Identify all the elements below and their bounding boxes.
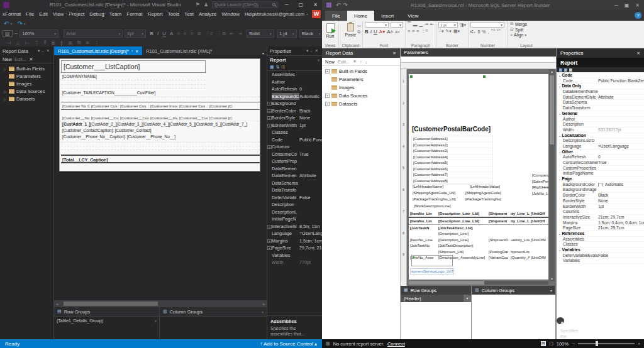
pen-icon[interactable]: ✎▾	[445, 29, 451, 34]
address-textbox[interactable]: [CustomerAddress5]	[412, 160, 492, 166]
categorized-icon[interactable]: ▦	[270, 65, 274, 70]
tab-list-icon[interactable]: ▾	[262, 51, 267, 55]
align-center-icon[interactable]: ≡	[182, 31, 189, 36]
property-row[interactable]: Classes	[267, 129, 322, 136]
left-header-value-textbox[interactable]: [LeftHeaderValue]	[465, 185, 500, 188]
expander-icon[interactable]	[3, 66, 8, 72]
zoom-out-icon[interactable]: ─	[13, 31, 20, 36]
property-row[interactable]: DeferVariabl False	[267, 194, 322, 202]
property-row[interactable]: Assemblies	[267, 71, 322, 79]
tree-item[interactable]: Built-in Fields	[322, 67, 400, 75]
property-row[interactable]: References	[557, 231, 644, 237]
property-row[interactable]: DataSchema	[267, 180, 322, 187]
property-row[interactable]: ConsumeCo True	[267, 151, 322, 158]
address-textbox[interactable]: [CustomerAddress2]	[412, 143, 492, 149]
property-row[interactable]: InitialPageName	[557, 171, 644, 177]
report-page[interactable]: [CustomerPostalBarCode] [CustomerAddress…	[409, 74, 548, 280]
properties-window-icon[interactable]: ▤	[3, 30, 13, 37]
scrollbar-thumb[interactable]	[64, 302, 158, 306]
table-row[interactable]: [ItemNo_Lin [Description_Line_Lbl] [Ship…	[409, 218, 548, 225]
shipping-agent-textbox[interactable]: [ShippingAgentCode]	[465, 191, 500, 195]
scroll-down-icon[interactable]: ▼	[549, 276, 555, 281]
italic-icon[interactable]: I	[155, 31, 160, 36]
property-row[interactable]: BorderColor Black	[267, 107, 322, 115]
table-row[interactable]: [JobTaskNo [JobTaskDescription]	[409, 243, 548, 249]
border-width-select[interactable]: 1 pt▾	[438, 22, 458, 28]
property-row[interactable]: Margins 1,5cm; 1cm; 1cm	[267, 237, 322, 245]
new-button[interactable]: New	[325, 59, 335, 65]
horizontal-scrollbar[interactable]	[409, 281, 548, 285]
indent-icon[interactable]: ⇥	[425, 22, 428, 27]
tree-item[interactable]: Data Sources	[322, 92, 400, 100]
rb-minimize-button[interactable]: ─	[611, 3, 621, 8]
zoom-in-icon[interactable]: +	[638, 342, 640, 346]
align-left-icon[interactable]: ≡	[408, 29, 410, 33]
property-row[interactable]: DescriptionLocID	[557, 138, 644, 144]
property-row[interactable]: Localization	[557, 133, 644, 139]
menu-item[interactable]: View	[50, 11, 66, 17]
property-pages-icon[interactable]	[569, 68, 572, 72]
number-style-icon[interactable]: ⑆▾	[470, 30, 475, 34]
zoom-select[interactable]: 100%▾	[19, 30, 58, 38]
data-cell[interactable]: [Customer__Fin_	[208, 116, 227, 120]
help-icon[interactable]: ?	[635, 12, 641, 19]
phone-textbox[interactable]: [Customer__Phone_No__Caption]: [Customer…	[62, 134, 175, 139]
selected-object-label[interactable]: Report	[557, 58, 644, 67]
property-row[interactable]: Page	[557, 177, 644, 182]
address-textbox[interactable]: [CustomerAddress8]	[412, 178, 492, 185]
outdent-icon[interactable]: ⇤	[228, 31, 236, 36]
same-width-icon[interactable]: ⫴	[42, 40, 48, 46]
send-to-back-icon[interactable]: ⧈	[83, 40, 91, 46]
table-row[interactable]: [Description_Line]	[409, 231, 548, 237]
expander-icon[interactable]	[325, 102, 330, 106]
cut-icon[interactable]: ✂	[357, 24, 361, 28]
currency-icon[interactable]: $	[477, 30, 480, 34]
property-row[interactable]: Assemblies	[557, 237, 644, 242]
bold-icon[interactable]: B	[365, 29, 369, 35]
address-textbox[interactable]: [CustomerAddress6]	[412, 166, 492, 173]
new-button[interactable]: New	[3, 57, 12, 62]
align-button[interactable]: ≡Align ▾	[508, 32, 545, 37]
alphabetical-icon[interactable]: ⇅	[276, 65, 280, 70]
undo-icon[interactable]: ↶	[4, 20, 9, 27]
property-row[interactable]: DataTransfo	[267, 187, 322, 194]
property-row[interactable]: Variables	[557, 247, 644, 253]
vs-close-button[interactable]: ✕	[310, 2, 321, 8]
property-row[interactable]: AutoRefresh 0	[267, 85, 322, 93]
property-row[interactable]: InitialPageN	[267, 215, 322, 223]
menu-item[interactable]: Format	[124, 11, 145, 17]
font-color-icon[interactable]: A▾	[379, 29, 385, 35]
property-row[interactable]: InteractiveSize 21cm; 29,7cm	[557, 215, 644, 220]
tree-item[interactable]: Datasets	[0, 95, 53, 102]
property-row[interactable]: BackgroundColor Automatic	[267, 93, 322, 101]
property-row[interactable]: Code Public Function BlankZero(B	[557, 79, 644, 84]
border-width-select[interactable]: 1 pt▾	[277, 30, 297, 38]
close-icon[interactable]: ✕	[392, 51, 396, 56]
property-row[interactable]: Width 533,28217pt	[557, 128, 644, 133]
tab-file[interactable]: File	[325, 11, 347, 21]
bullet-list-icon[interactable]: ⋮≡	[421, 28, 428, 33]
bold-icon[interactable]: B	[148, 31, 155, 36]
scroll-left-icon[interactable]: ◂	[54, 302, 60, 306]
property-row[interactable]: BackgroundImage	[557, 187, 644, 193]
align-bottom-icon[interactable]: ▁	[419, 22, 422, 27]
tab-insert[interactable]: Insert	[374, 11, 401, 21]
menu-item[interactable]: Analyze	[196, 11, 219, 17]
delete-icon[interactable]: ✕	[29, 57, 33, 62]
properties-header[interactable]: Properties ▾ ▫ ✕	[267, 46, 322, 55]
report-page[interactable]: [Customer___ListCaption] [COMPANYNAME] […	[59, 58, 260, 171]
left-header-name-textbox[interactable]: [LeftHeaderName]	[413, 185, 443, 188]
menu-item[interactable]: Project	[66, 11, 87, 17]
bring-to-front-icon[interactable]: ⧉	[75, 40, 84, 46]
header-cell[interactable]: [C	[227, 104, 233, 108]
number-format-select[interactable]: ▾	[470, 22, 504, 28]
data-cell[interactable]: [C	[227, 116, 233, 120]
bullet-list-icon[interactable]: ⋮≣	[215, 31, 228, 36]
tree-item[interactable]: Built-in Fields	[0, 65, 53, 72]
indent-icon[interactable]: ⇥	[236, 31, 244, 36]
caption-textbox[interactable]: [Customer___ListCaption]	[61, 60, 206, 73]
undo-icon[interactable]: ↶	[335, 2, 342, 8]
tree-item[interactable]: Parameters	[0, 72, 53, 80]
menu-item[interactable]: Edit	[36, 11, 50, 17]
data-cell[interactable]: [Customer__Cus	[178, 116, 208, 120]
